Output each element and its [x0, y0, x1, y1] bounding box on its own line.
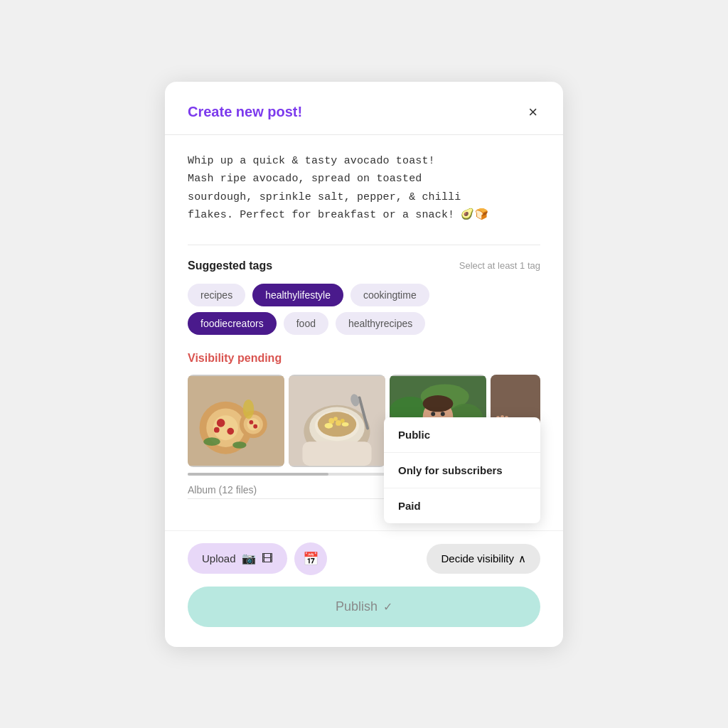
scroll-thumb	[188, 473, 328, 476]
chevron-up-icon: ∧	[518, 552, 526, 565]
tags-header: Suggested tags Select at least 1 tag	[188, 259, 540, 272]
dropdown-option-subscribers[interactable]: Only for subscribers	[384, 453, 540, 488]
tag-foodiecreators[interactable]: foodiecreators	[188, 312, 277, 335]
divider-1	[188, 245, 540, 245]
dropdown-option-paid[interactable]: Paid	[384, 488, 540, 523]
camera-icon: 📷	[242, 552, 256, 565]
svg-point-6	[214, 427, 220, 432]
create-post-modal: Create new post! × Whip up a quick & tas…	[165, 82, 563, 647]
tags-row-1: recipes healthylifestyle cookingtime	[188, 284, 540, 306]
action-bar: Upload 📷 🎞 📅 Decide visibility ∧	[165, 530, 563, 587]
modal-title-static: Create	[188, 104, 236, 119]
image-thumb-1	[188, 375, 284, 467]
svg-point-36	[431, 412, 435, 416]
publish-button[interactable]: Publish ✓	[188, 587, 540, 627]
tags-section-label: Suggested tags	[188, 259, 272, 272]
tag-recipes[interactable]: recipes	[188, 284, 245, 306]
tag-healthyrecipes[interactable]: healthyrecipes	[336, 312, 425, 335]
svg-point-13	[203, 437, 220, 446]
svg-point-25	[342, 422, 349, 426]
svg-point-11	[253, 424, 257, 428]
modal-header: Create new post! ×	[165, 82, 563, 135]
publish-section: Publish ✓	[165, 587, 563, 647]
close-button[interactable]: ×	[525, 102, 540, 123]
tags-row-2: foodiecreators food healthyrecipes	[188, 312, 540, 335]
image-thumb-2	[289, 375, 385, 467]
svg-point-24	[325, 422, 333, 428]
modal-title-highlight: new post!	[236, 104, 302, 119]
svg-point-12	[243, 399, 255, 418]
upload-label: Upload	[202, 552, 236, 564]
tag-healthylifestyle[interactable]: healthylifestyle	[252, 284, 343, 306]
svg-point-37	[441, 412, 445, 416]
video-icon: 🎞	[262, 552, 273, 565]
svg-point-22	[333, 417, 338, 421]
visibility-btn-label: Decide visibility	[441, 552, 514, 564]
calendar-icon: 📅	[303, 551, 318, 567]
visibility-dropdown: Public Only for subscribers Paid	[384, 417, 540, 523]
visibility-section: Visibility pending	[188, 352, 540, 499]
svg-point-20	[328, 418, 334, 424]
visibility-label: Visibility pending	[188, 352, 540, 365]
svg-point-4	[217, 419, 225, 427]
decide-visibility-button[interactable]: Decide visibility ∧	[427, 544, 540, 574]
svg-point-38	[423, 395, 454, 412]
schedule-button[interactable]: 📅	[294, 542, 327, 575]
tag-cookingtime[interactable]: cookingtime	[350, 284, 429, 306]
checkmark-icon: ✓	[383, 600, 392, 614]
publish-label: Publish	[336, 599, 378, 614]
images-container: Public Only for subscribers Paid	[188, 375, 540, 467]
svg-point-14	[232, 441, 246, 449]
tag-food[interactable]: food	[284, 312, 328, 335]
tags-hint: Select at least 1 tag	[459, 260, 540, 271]
svg-point-5	[227, 427, 234, 434]
svg-point-10	[249, 420, 253, 424]
post-text: Whip up a quick & tasty avocado toast! M…	[188, 152, 540, 225]
modal-body: Whip up a quick & tasty avocado toast! M…	[165, 135, 563, 530]
svg-rect-28	[302, 441, 371, 466]
svg-point-9	[247, 418, 259, 430]
upload-button[interactable]: Upload 📷 🎞	[188, 543, 287, 574]
svg-point-23	[341, 419, 345, 423]
svg-point-21	[336, 420, 341, 426]
dropdown-option-public[interactable]: Public	[384, 417, 540, 453]
modal-title: Create new post!	[188, 104, 302, 120]
